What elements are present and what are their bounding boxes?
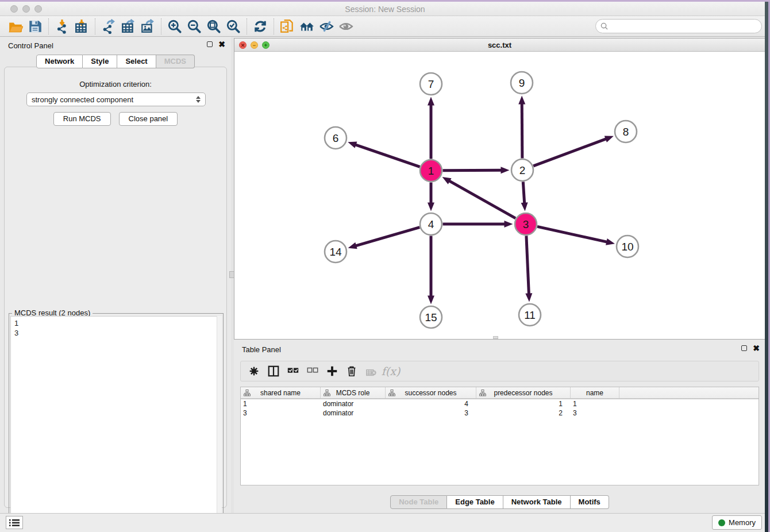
mcds-result-text[interactable]: 13 (10, 316, 222, 529)
close-panel-button[interactable]: Close panel (119, 112, 178, 126)
graph-edge-2-3[interactable] (521, 182, 528, 211)
graph-edge-4-3[interactable] (443, 221, 513, 228)
graph-node-1[interactable]: 1 (420, 160, 442, 182)
graph-node-14[interactable]: 14 (325, 241, 346, 263)
export-network-icon[interactable] (99, 18, 118, 35)
svg-text:14: 14 (329, 246, 342, 258)
show-eye-icon[interactable] (336, 18, 356, 35)
node-table: shared nameMCDS rolesuccessor nodesprede… (240, 387, 759, 485)
tab-network-table[interactable]: Network Table (503, 495, 571, 509)
graph-edge-3-1[interactable] (442, 177, 516, 218)
tab-select[interactable]: Select (117, 55, 156, 68)
table-cell[interactable]: dominator (321, 408, 386, 418)
graph-edge-2-8[interactable] (533, 136, 614, 165)
zoom-out-icon[interactable] (184, 18, 204, 35)
zoom-in-icon[interactable] (165, 18, 184, 35)
svg-text:9: 9 (519, 77, 525, 89)
save-icon[interactable] (25, 18, 45, 35)
table-cell[interactable]: 2 (476, 408, 571, 418)
close-table-panel-icon[interactable]: ✖ (753, 345, 760, 351)
function-icon: f(x) (382, 363, 399, 379)
table-cell[interactable]: 1 (571, 399, 619, 408)
graph-node-3[interactable]: 3 (515, 213, 537, 235)
tab-edge-table[interactable]: Edge Table (447, 495, 503, 509)
task-history-button[interactable] (6, 516, 23, 529)
refresh-layout-icon[interactable] (251, 18, 270, 35)
result-line: 1 (14, 318, 221, 328)
clone-network-icon[interactable] (278, 18, 297, 35)
import-network-icon[interactable] (52, 18, 72, 35)
table-cell[interactable]: 3 (571, 408, 619, 418)
svg-text:7: 7 (428, 78, 434, 90)
graph-edge-4-15[interactable] (428, 236, 434, 304)
gear-icon[interactable] (245, 363, 263, 379)
float-table-panel-icon[interactable] (741, 345, 747, 351)
table-row[interactable]: 1dominator411 (241, 399, 759, 408)
graph-edge-1-4[interactable] (428, 183, 434, 211)
table-cell[interactable]: 4 (386, 399, 476, 408)
result-scrollbar[interactable] (217, 316, 222, 529)
graph-node-11[interactable]: 11 (519, 304, 541, 326)
tab-network[interactable]: Network (36, 55, 83, 68)
export-image-icon[interactable] (138, 18, 157, 35)
table-cell[interactable]: 3 (241, 408, 321, 418)
deselect-all-icon[interactable] (304, 363, 321, 379)
add-icon[interactable] (324, 363, 341, 379)
tab-node-table[interactable]: Node Table (390, 495, 447, 509)
tab-style[interactable]: Style (83, 55, 117, 68)
table-toolbar: f(x) (240, 361, 759, 381)
titlebar: Session: New Session (0, 2, 770, 16)
tab-motifs[interactable]: Motifs (571, 495, 609, 509)
column-header-predecessor-nodes[interactable]: predecessor nodes (476, 387, 571, 398)
graph-edge-1-7[interactable] (428, 97, 434, 159)
graph-edge-3-11[interactable] (525, 236, 532, 302)
graph-node-8[interactable]: 8 (615, 121, 637, 142)
trash-icon[interactable] (343, 363, 360, 379)
graph-node-10[interactable]: 10 (617, 236, 638, 257)
search-box[interactable] (595, 19, 762, 33)
select-all-icon[interactable] (284, 363, 302, 379)
graph-edge-3-10[interactable] (537, 226, 615, 245)
run-mcds-button[interactable]: Run MCDS (53, 112, 111, 126)
graph-node-6[interactable]: 6 (325, 127, 346, 149)
float-panel-icon[interactable] (207, 41, 213, 47)
canvas-scroll-handle[interactable] (493, 336, 498, 339)
table-cell[interactable]: 3 (386, 408, 476, 418)
graph-node-7[interactable]: 7 (420, 73, 442, 95)
column-header-shared-name[interactable]: shared name (241, 387, 321, 398)
column-header-MCDS-role[interactable]: MCDS role (321, 387, 386, 398)
optimization-criterion-dropdown[interactable]: strongly connected component (26, 92, 206, 106)
export-table-icon[interactable] (118, 18, 138, 35)
table-panel-title: Table Panel (242, 345, 281, 354)
table-row[interactable]: 3dominator323 (241, 408, 759, 418)
memory-button[interactable]: Memory (712, 515, 762, 530)
control-panel: Control Panel ✖ NetworkStyleSelectMCDS O… (0, 37, 231, 513)
graph-edge-1-2[interactable] (442, 167, 509, 174)
graph-node-2[interactable]: 2 (511, 159, 533, 181)
table-cell[interactable]: 1 (241, 399, 321, 408)
table-cell[interactable]: dominator (321, 399, 386, 408)
zoom-fit-icon[interactable] (204, 18, 224, 35)
home-icon[interactable] (297, 18, 317, 35)
graph-edge-1-6[interactable] (348, 142, 419, 167)
svg-text:6: 6 (333, 132, 339, 144)
graph-node-15[interactable]: 15 (420, 306, 442, 328)
column-header-successor-nodes[interactable]: successor nodes (386, 387, 476, 398)
hide-eye-icon[interactable] (317, 18, 336, 35)
open-folder-icon[interactable] (6, 18, 25, 35)
column-header-name[interactable]: name (571, 387, 619, 398)
graph-node-9[interactable]: 9 (511, 72, 533, 94)
zoom-selected-icon[interactable] (224, 18, 243, 35)
graph-node-4[interactable]: 4 (420, 213, 442, 235)
memory-status-dot (718, 519, 725, 526)
columns-icon[interactable] (265, 363, 282, 379)
table-cell[interactable]: 1 (476, 399, 571, 408)
import-table-icon[interactable] (72, 18, 91, 35)
search-input[interactable] (611, 22, 761, 30)
graph-edge-4-14[interactable] (348, 228, 420, 249)
graph-edge-2-9[interactable] (518, 95, 525, 158)
network-canvas[interactable]: 7968124314101511 (234, 52, 765, 339)
toolbar-separator (95, 18, 95, 34)
tab-mcds[interactable]: MCDS (156, 55, 195, 68)
close-panel-icon[interactable]: ✖ (218, 41, 225, 47)
